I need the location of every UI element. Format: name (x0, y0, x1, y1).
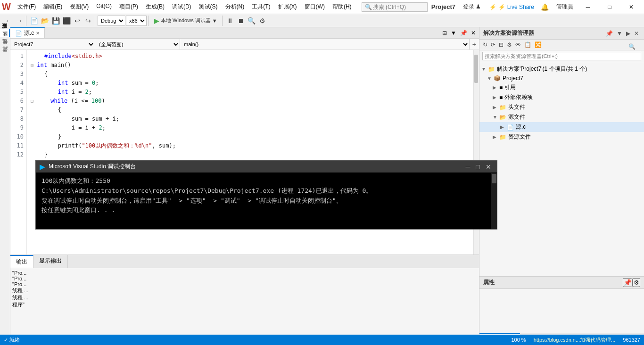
menu-window[interactable]: 窗口(W) (301, 1, 329, 13)
toolbar-stop-button[interactable]: ⏹ (236, 16, 246, 26)
rpb-pin-button[interactable]: 📌 (623, 278, 633, 287)
output-line-1: "Pro... (12, 270, 477, 276)
menu-debug[interactable]: 调试(D) (168, 1, 195, 13)
dropdown-arrow-icon: ▼ (212, 18, 217, 24)
toolbar-new-button[interactable]: 📄 (29, 16, 39, 26)
menu-git[interactable]: Git(G) (92, 1, 116, 13)
panel-dropdown-button[interactable]: ▼ (615, 30, 624, 37)
sidebar-tab-tools[interactable]: 工具箱 (0, 52, 9, 59)
status-right: 100 % https://blog.csdn.n...加强代码管理... 96… (511, 337, 640, 344)
menu-test[interactable]: 测试(S) (195, 1, 222, 13)
console-output: 100以内偶数之和：2550 C:\Users\Administrator\so… (36, 172, 497, 229)
sidebar-tab-team[interactable]: 团队 (0, 37, 9, 44)
console-minimize-button[interactable]: ─ (464, 163, 472, 171)
scope-select[interactable]: (全局范围) (95, 39, 180, 49)
toolbar-settings-button[interactable]: ⚙ (257, 16, 268, 26)
toolbar-redo-button[interactable]: ↪ (83, 16, 93, 26)
toolbar-back-button[interactable]: ← (3, 16, 14, 26)
se-view-button[interactable]: 👁 (514, 41, 522, 49)
menu-project[interactable]: 项目(P) (116, 1, 142, 13)
se-sync-button[interactable]: ↻ (481, 41, 489, 49)
menu-view[interactable]: 视图(V) (66, 1, 92, 13)
code-line-8: sum = sum + i; (31, 115, 470, 123)
csdn-link[interactable]: https://blog.csdn.n...加强代码管理... (534, 337, 616, 344)
file-path-select[interactable]: Project7 (10, 39, 95, 49)
rpb-header: 属性 📌 ⚙ (479, 277, 644, 289)
source-files-arrow-icon: ▼ (493, 115, 498, 120)
menu-file[interactable]: 文件(F) (14, 1, 40, 13)
tree-resource-files[interactable]: ▶ 📁 资源文件 (479, 132, 644, 142)
toolbar-open-button[interactable]: 📂 (40, 16, 50, 26)
panel-more-button[interactable]: ▶ (625, 30, 632, 37)
close-panel-button[interactable]: ✕ (470, 29, 477, 37)
run-debugger-button[interactable]: ▶ 本地 Windows 调试器 ▼ (151, 16, 221, 26)
tree-references[interactable]: ▶ ■ 引用 (479, 82, 644, 92)
zoom-level: 100 % (511, 337, 526, 343)
position-label: 961327 (623, 337, 640, 343)
tab-split-button[interactable]: ⊟ (441, 29, 448, 37)
se-git-button[interactable]: 🔀 (533, 41, 543, 49)
menu-analyze[interactable]: 分析(N) (222, 1, 248, 13)
toolbar-save-all-button[interactable]: ⬛ (61, 16, 72, 26)
code-line-7: { (31, 106, 470, 115)
search-input[interactable] (373, 4, 420, 10)
toolbar-forward-button[interactable]: → (14, 16, 25, 26)
console-scroll-thumb[interactable] (492, 174, 496, 183)
console-close-button[interactable]: ✕ (484, 163, 493, 171)
nav-add-button[interactable]: + (470, 41, 479, 48)
menu-extensions[interactable]: 扩展(X) (274, 1, 301, 13)
editor-scroll-thumb[interactable] (474, 55, 478, 83)
menu-tools[interactable]: 工具(T) (248, 1, 274, 13)
se-search-input[interactable] (482, 52, 641, 60)
console-maximize-button[interactable]: □ (474, 163, 482, 171)
menu-help[interactable]: 帮助(H) (329, 1, 355, 13)
project-name-label: Project7 (431, 3, 455, 10)
line-numbers: 1 2 3 4 5 6 7 8 9 10 11 12 (10, 50, 27, 255)
manage-button[interactable]: 管理員 (553, 2, 577, 12)
panel-close-button[interactable]: ✕ (633, 30, 640, 37)
function-select[interactable]: main() (180, 39, 470, 49)
se-preview-button[interactable]: 📋 (523, 41, 533, 49)
menu-build[interactable]: 生成(B) (142, 1, 168, 13)
toolbar-save-button[interactable]: 💾 (50, 16, 61, 26)
bottom-tab-display[interactable]: 显示输出 (33, 255, 68, 268)
se-collapse-button[interactable]: ⊟ (497, 41, 505, 49)
debug-config-select[interactable]: Debug (98, 16, 125, 26)
tree-source-c[interactable]: ▶ 📄 源.c (479, 122, 644, 132)
close-button[interactable]: ✕ (620, 0, 642, 14)
sidebar-tab-properties[interactable]: 属性 (0, 44, 9, 52)
maximize-button[interactable]: □ (599, 0, 620, 14)
se-refresh-button[interactable]: ⟳ (489, 41, 497, 49)
tree-headers[interactable]: ▶ 📁 头文件 (479, 102, 644, 112)
tree-solution[interactable]: ▼ 📁 解决方案'Project7'(1 个项目/共 1 个) (479, 64, 644, 74)
toolbar-pause-button[interactable]: ⏸ (225, 16, 235, 26)
sidebar-tab-solution[interactable]: 解决方案 (0, 29, 10, 37)
platform-select[interactable]: x86 (126, 16, 147, 26)
pin-panel-button[interactable]: 📌 (459, 29, 469, 37)
menu-edit[interactable]: 编辑(E) (40, 1, 66, 13)
right-panel: 解决方案资源管理器 📌 ▼ ▶ ✕ ↻ ⟳ ⊟ ⚙ 👁 📋 🔀 🔍 (479, 27, 644, 344)
rpb-title: 属性 (483, 279, 623, 287)
panel-pin-button[interactable]: 📌 (604, 30, 614, 37)
left-sidebar: 解决方案 团队 属性 工具箱 (0, 27, 10, 344)
rpb-settings-button[interactable]: ⚙ (633, 278, 640, 287)
tree-source-files[interactable]: ▼ 📂 源文件 (479, 112, 644, 122)
tree-project[interactable]: ▼ 📦 Project7 (479, 74, 644, 82)
tab-more-button[interactable]: ▼ (449, 29, 458, 37)
console-scrollbar[interactable] (491, 173, 497, 229)
editor-tab-source[interactable]: 📄 源.c ✕ (10, 27, 45, 38)
notification-icon[interactable]: 🔔 (541, 3, 549, 11)
bottom-tab-output[interactable]: 输出 (10, 255, 33, 268)
search-box[interactable]: 🔍 (362, 2, 428, 12)
tree-external-deps[interactable]: ▶ ■ 外部依赖项 (479, 92, 644, 102)
minimize-button[interactable]: ─ (577, 0, 599, 14)
close-tab-button[interactable]: ✕ (36, 31, 40, 36)
toolbar-search-button[interactable]: 🔍 (247, 16, 257, 26)
se-filter-button[interactable]: ⚙ (505, 41, 513, 49)
toolbar-undo-button[interactable]: ↩ (72, 16, 83, 26)
live-share-button[interactable]: ⚡ ⚡ Live Share (487, 3, 537, 11)
solution-tree: ▼ 📁 解决方案'Project7'(1 个项目/共 1 个) ▼ 📦 Proj… (479, 62, 644, 276)
status-bar: ✓ 就绪 100 % https://blog.csdn.n...加强代码管理.… (0, 335, 644, 345)
status-left: ✓ 就绪 (4, 337, 20, 344)
login-label[interactable]: 登录 ♟ (463, 3, 481, 11)
